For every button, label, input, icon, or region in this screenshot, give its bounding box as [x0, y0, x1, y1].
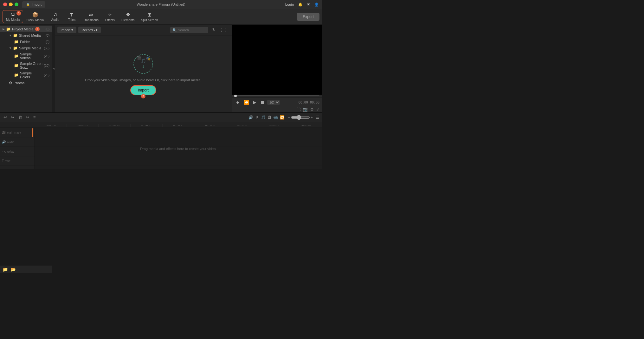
timeline-tool-2[interactable]: 🎙 — [255, 115, 259, 120]
track-icon-1: 🔊 — [2, 140, 6, 144]
sidebar-item-sample-green-scr[interactable]: 📁 Sample Green Scr... (10) — [0, 61, 52, 70]
zoom-in-icon[interactable]: + — [311, 116, 313, 119]
timeline-tool-1[interactable]: 🔊 — [248, 115, 253, 120]
split-screen-icon: ⊞ — [147, 12, 151, 18]
preview-stop[interactable]: ⏹ — [259, 99, 266, 105]
settings-icon[interactable]: ⚙ — [310, 107, 314, 112]
track-area[interactable]: Drag media and effects here to create yo… — [35, 128, 322, 169]
sidebar-item-photos[interactable]: ⚙ Photos — [0, 80, 52, 86]
notification-icon[interactable]: 🔔 — [298, 3, 303, 7]
align-button[interactable]: ≡ — [32, 114, 37, 120]
track-icon-3: T — [2, 159, 4, 163]
photos-icon: ⚙ — [9, 81, 12, 85]
preview-screen — [232, 25, 322, 95]
main-toolbar: 🗂 My Media 1 📦 Stock Media ♫ Audio T Tit… — [0, 9, 322, 25]
sidebar-item-shared-media[interactable]: ▼ 📁 Shared Media (0) — [0, 32, 52, 39]
timeline-toolbar: ↩ ↪ 🗑 ✂ ≡ 🔊 🎙 🎵 🖼 📹 🔁 − + ☰ — [0, 113, 322, 122]
tool-transitions[interactable]: ⇌ Transitions — [80, 10, 102, 23]
maximize-button[interactable] — [15, 3, 18, 6]
preview-rewind[interactable]: ⏪ — [242, 99, 250, 105]
sample-media-folder-icon: 📁 — [13, 46, 18, 50]
track-label-1: 🔊 Audio — [0, 137, 35, 147]
close-button[interactable] — [3, 3, 7, 6]
timeline-tool-4[interactable]: 🖼 — [267, 115, 271, 120]
filter-icon[interactable]: ⚗ — [210, 27, 216, 33]
sidebar-item-sample-videos[interactable]: 📁 Sample Videos (20) — [0, 51, 52, 61]
ruler-col-6: 00:00:30 — [226, 124, 258, 127]
cut-button[interactable]: ✂ — [25, 114, 30, 120]
ruler-col-2: 00:00:10 — [99, 124, 131, 127]
grid-view-icon[interactable]: ⋮⋮ — [218, 27, 229, 33]
sample-green-icon: 📁 — [14, 63, 19, 68]
timeline-tool-5[interactable]: 📹 — [273, 115, 278, 120]
expand-icon[interactable]: ⤢ — [316, 107, 319, 112]
drop-zone-icon: 🎵 🎬 🎭 ↓ — [132, 53, 154, 75]
preview-controls: ⏮ ⏪ ▶ ⏹ 1/2 1/4 1 00:00:00:00 — [232, 97, 322, 107]
zoom-slider[interactable] — [291, 115, 310, 120]
undo-button[interactable]: ↩ — [3, 114, 8, 120]
sidebar-item-project-media[interactable]: ▶ 📁 Project Media 2 (0) — [0, 26, 52, 32]
tool-split-screen[interactable]: ⊞ Split Screen — [138, 10, 161, 23]
track-row-3 — [35, 156, 322, 166]
snapshot-icon[interactable]: 📷 — [303, 107, 308, 112]
import-label: Import — [61, 28, 70, 32]
ruler-col-7: 00:00:35 — [258, 124, 290, 127]
mail-icon[interactable]: ✉ — [307, 3, 310, 7]
resize-handle[interactable] — [52, 25, 55, 112]
svg-text:↓: ↓ — [142, 64, 145, 69]
sidebar: ▶ 📁 Project Media 2 (0) ▼ 📁 Shared Media… — [0, 25, 52, 112]
sidebar-item-folder[interactable]: 📁 Folder (0) — [0, 39, 52, 45]
timeline-tool-3[interactable]: 🎵 — [261, 115, 266, 120]
tool-audio[interactable]: ♫ Audio — [47, 10, 63, 23]
track-label-0: 🎥 Main Track — [0, 128, 35, 137]
sidebar-label-shared-media: Shared Media — [19, 34, 41, 37]
svg-text:🎬: 🎬 — [137, 55, 142, 60]
export-button[interactable]: Export — [297, 13, 319, 21]
import-tab[interactable]: 🔒 Import — [22, 1, 45, 8]
minimize-button[interactable] — [9, 3, 13, 6]
sample-videos-icon: 📁 — [14, 54, 19, 58]
sidebar-label-sample-green: Sample Green Scr... — [20, 62, 42, 69]
record-dropdown-button[interactable]: Record - ▾ — [78, 27, 101, 33]
record-chevron-icon: ▾ — [96, 28, 98, 32]
sample-colors-count: (25) — [44, 73, 49, 77]
tool-stock-media[interactable]: 📦 Stock Media — [23, 10, 47, 23]
preview-play[interactable]: ▶ — [252, 99, 258, 105]
ruler-col-1: 00:00:05 — [67, 124, 99, 127]
redo-button[interactable]: ↪ — [10, 114, 15, 120]
sidebar-label-folder: Folder — [20, 40, 30, 44]
record-label: Record - — [81, 28, 95, 32]
timeline-empty-message: Drag media and effects here to create yo… — [140, 147, 216, 151]
ruler-col-3: 00:00:15 — [131, 124, 163, 127]
folder-count: (0) — [46, 40, 49, 44]
import-dropdown-button[interactable]: Import ▾ — [57, 27, 76, 33]
tool-effects[interactable]: ✧ Effects — [102, 10, 118, 23]
chevron-down-icon-2: ▼ — [9, 47, 12, 50]
tab-label: Import — [32, 3, 42, 6]
drop-zone: 🎵 🎬 🎭 ↓ Drop your video clips, images, o… — [55, 35, 232, 112]
media-toolbar: Import ▾ Record - ▾ 🔍 ⚗ ⋮⋮ — [55, 25, 232, 35]
project-media-count: (0) — [46, 28, 49, 31]
audio-icon: ♫ — [53, 12, 57, 17]
zoom-out-icon[interactable]: − — [288, 116, 290, 119]
import-badge: 3 — [141, 94, 145, 98]
sidebar-item-sample-colors[interactable]: 📁 Sample Colors (25) — [0, 70, 52, 80]
shared-media-folder-icon: 📁 — [13, 33, 18, 38]
track-label-3: T Text — [0, 156, 35, 166]
tool-elements[interactable]: ❖ Elements — [118, 10, 138, 23]
timeline-tool-6[interactable]: 🔁 — [280, 115, 285, 120]
sidebar-item-sample-media[interactable]: ▼ 📁 Sample Media (55) — [0, 45, 52, 51]
preview-skip-back[interactable]: ⏮ — [234, 99, 241, 105]
user-icon[interactable]: 👤 — [314, 3, 319, 7]
sidebar-label-sample-media: Sample Media — [19, 46, 41, 50]
fullscreen-icon[interactable]: ⛶ — [297, 107, 300, 112]
tool-titles[interactable]: T Titles — [63, 11, 80, 23]
ruler-col-4: 00:00:20 — [163, 124, 195, 127]
login-label[interactable]: Login — [285, 3, 294, 6]
speed-selector[interactable]: 1/2 1/4 1 — [267, 100, 280, 105]
sample-green-count: (10) — [44, 64, 49, 67]
list-view-icon[interactable]: ☰ — [316, 115, 319, 120]
timeline: ↩ ↪ 🗑 ✂ ≡ 🔊 🎙 🎵 🖼 📹 🔁 − + ☰ 00:00:00 00:… — [0, 112, 322, 169]
delete-button[interactable]: 🗑 — [17, 114, 23, 120]
tool-my-media[interactable]: 🗂 My Media 1 — [3, 10, 23, 23]
